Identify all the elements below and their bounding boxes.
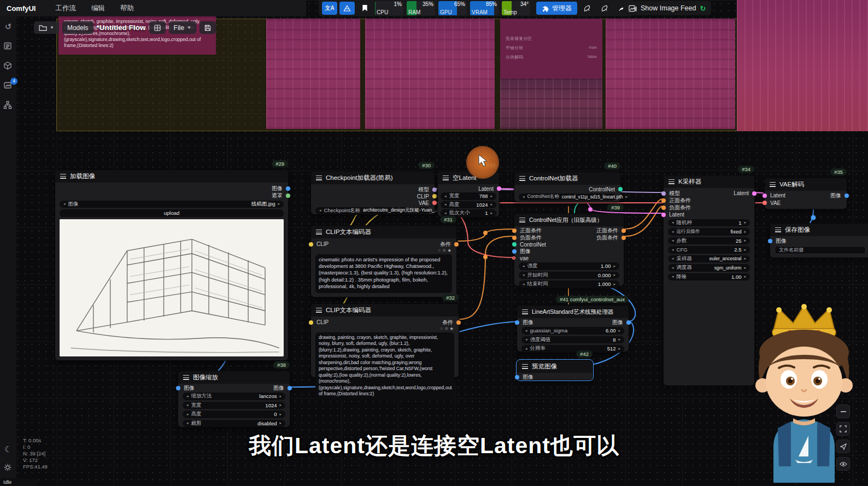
output-port-positive[interactable] — [621, 229, 626, 233]
queue-log-icon[interactable] — [3, 42, 13, 51]
output-port-conditioning[interactable] — [454, 242, 459, 247]
strength-widget[interactable]: ◂强度1.00▸ — [519, 262, 619, 270]
prev-arrow-icon[interactable]: ◂ — [523, 282, 525, 286]
model-library-icon[interactable] — [3, 61, 13, 71]
next-arrow-icon[interactable]: ▸ — [278, 202, 280, 206]
input-port-vae[interactable] — [763, 201, 767, 205]
workflow-tab-title[interactable]: *Untitled Flow — [97, 24, 146, 32]
prev-arrow-icon[interactable]: ◂ — [672, 256, 674, 261]
input-port-image[interactable] — [176, 386, 180, 390]
node-header[interactable]: CLIP文本编码器 — [311, 304, 459, 317]
output-port-model[interactable] — [432, 188, 437, 192]
input-port-image[interactable] — [515, 375, 519, 379]
theme-toggle-icon[interactable]: ☾ — [3, 444, 13, 454]
next-arrow-icon[interactable]: ▸ — [618, 347, 620, 351]
collapse-icon[interactable] — [443, 175, 449, 180]
next-arrow-icon[interactable]: ▸ — [279, 394, 281, 399]
menu-edit[interactable]: 编辑 — [86, 2, 110, 15]
node-header[interactable]: 图像缩放 — [178, 371, 290, 384]
node-preview-image[interactable]: #42 预览图像 图像 — [517, 360, 593, 380]
prev-arrow-icon[interactable]: ◂ — [672, 220, 674, 225]
input-port-positive[interactable] — [661, 198, 666, 203]
image-gallery-icon[interactable]: 4 — [3, 81, 13, 91]
notification-horn-button-2[interactable] — [597, 2, 612, 15]
selected-image-node[interactable] — [606, 19, 735, 129]
node-controlnet-loader[interactable]: #40 ControlNet加载器 ControlNet ◂ControlNet… — [514, 172, 621, 202]
prev-arrow-icon[interactable]: ◂ — [319, 208, 321, 213]
node-header[interactable]: 预览图像 — [517, 360, 593, 373]
upscale-method-widget[interactable]: ◂缩放方法lanczos▸ — [183, 393, 285, 400]
prev-arrow-icon[interactable]: ◂ — [523, 273, 525, 277]
menu-help[interactable]: 帮助 — [115, 2, 139, 15]
node-clip-text-encode-negative[interactable]: #32 CLIP文本编码器 CLIP条件 ○⊙◆ drawing, painti… — [310, 303, 459, 378]
output-port-image[interactable] — [288, 386, 292, 390]
prev-arrow-icon[interactable]: ◂ — [672, 230, 674, 234]
next-arrow-icon[interactable]: ▸ — [613, 282, 615, 286]
next-arrow-icon[interactable]: ▸ — [279, 412, 281, 417]
output-port-negative[interactable] — [621, 236, 626, 240]
start-percent-widget[interactable]: ◂开始时间0.000▸ — [519, 272, 619, 279]
next-arrow-icon[interactable]: ▸ — [744, 248, 746, 252]
selected-image-node[interactable] — [365, 19, 495, 129]
file-menu-button[interactable]: File▼ — [169, 21, 196, 34]
next-arrow-icon[interactable]: ▸ — [744, 220, 746, 225]
prompt-textarea[interactable]: cinematic photo An artist's impression o… — [315, 254, 452, 294]
node-empty-latent[interactable]: #33 空Latent Latent ◂宽度788▸ ◂高度1024▸ ◂批次大… — [437, 171, 500, 217]
prev-arrow-icon[interactable]: ◂ — [525, 329, 527, 333]
node-controlnet-apply[interactable]: #39 ControlNet应用（旧版高级） 正面条件正面条件 负面条件负面条件… — [514, 213, 624, 286]
input-port-vae[interactable] — [512, 256, 515, 260]
prev-arrow-icon[interactable]: ◂ — [672, 238, 674, 243]
node-header[interactable]: CLIP文本编码器 — [311, 226, 456, 238]
prev-arrow-icon[interactable]: ◂ — [63, 202, 66, 206]
models-button[interactable]: Models — [62, 21, 93, 34]
collapse-icon[interactable] — [60, 174, 66, 179]
gaussian-sigma-widget[interactable]: ◂guassian_sigma6.00▸ — [521, 327, 624, 335]
prev-arrow-icon[interactable]: ◂ — [523, 264, 525, 268]
prev-arrow-icon[interactable]: ◂ — [672, 274, 674, 279]
prev-arrow-icon[interactable]: ◂ — [672, 248, 674, 252]
node-header[interactable]: 加载图像 — [55, 170, 288, 183]
checkpoint-name-widget[interactable]: ◂Checkpoint名称architecutre_design元技能-Yuan… — [315, 207, 430, 215]
collapse-icon[interactable] — [522, 309, 528, 314]
height-widget[interactable]: ◂高度1024▸ — [441, 201, 496, 209]
output-port-mask[interactable] — [286, 194, 290, 198]
next-arrow-icon[interactable]: ▸ — [613, 273, 615, 277]
output-port-controlnet[interactable] — [618, 187, 623, 191]
input-port-clip[interactable] — [309, 242, 313, 247]
collapse-icon[interactable] — [668, 179, 675, 184]
input-port-latent[interactable] — [661, 213, 666, 217]
selected-image-node[interactable] — [266, 19, 360, 129]
output-port-vae[interactable] — [432, 201, 437, 205]
control-after-generate-widget[interactable]: ◂运行后操作fixed▸ — [668, 228, 750, 236]
selected-tile-node[interactable]: 批量修复分区 平铺分块max 分块解码false — [500, 19, 602, 129]
input-port-latent[interactable] — [763, 194, 767, 198]
output-port-clip[interactable] — [432, 194, 437, 198]
output-port-image[interactable] — [626, 320, 631, 325]
width-widget[interactable]: ◂宽度1024▸ — [183, 402, 285, 409]
prev-arrow-icon[interactable]: ◂ — [444, 202, 447, 207]
input-port-model[interactable] — [661, 191, 666, 196]
output-port-image[interactable] — [286, 186, 290, 191]
show-image-feed-button[interactable]: Show Image Feed ↻ — [623, 1, 711, 15]
prev-arrow-icon[interactable]: ◂ — [444, 194, 447, 198]
prev-arrow-icon[interactable]: ◂ — [186, 394, 189, 399]
seed-widget[interactable]: ◂随机种1▸ — [668, 219, 750, 227]
next-arrow-icon[interactable]: ▸ — [618, 329, 620, 333]
crop-widget[interactable]: ◂裁剪disabled▸ — [183, 420, 285, 428]
node-header[interactable]: K采样器 — [664, 175, 754, 188]
save-workflow-button[interactable] — [200, 21, 216, 34]
prev-arrow-icon[interactable]: ◂ — [672, 266, 674, 270]
next-arrow-icon[interactable]: ▸ — [613, 264, 615, 268]
bookmark-button[interactable] — [357, 2, 372, 15]
next-arrow-icon[interactable]: ▸ — [744, 238, 746, 243]
prev-arrow-icon[interactable]: ◂ — [525, 347, 527, 351]
scheduler-widget[interactable]: ◂调度器sgm_uniform▸ — [668, 264, 750, 272]
node-header[interactable]: LineArtStandard艺术线预处理器 — [517, 306, 629, 318]
next-arrow-icon[interactable]: ▸ — [625, 195, 627, 199]
input-port-image[interactable] — [512, 249, 517, 254]
node-checkpoint-loader[interactable]: #30 Checkpoint加载器(简易) 模型 CLIP VAE ◂Check… — [310, 171, 435, 215]
sampler-widget[interactable]: ◂采样器euler_ancestral▸ — [668, 255, 750, 263]
prev-arrow-icon[interactable]: ◂ — [444, 211, 447, 215]
input-port-controlnet[interactable] — [512, 242, 517, 247]
output-port-latent[interactable] — [497, 186, 501, 191]
